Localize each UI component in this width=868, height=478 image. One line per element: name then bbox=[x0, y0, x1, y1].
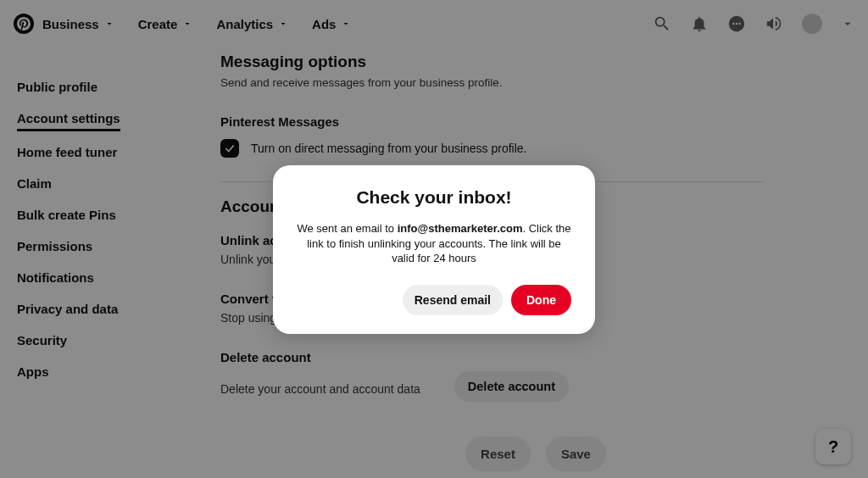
modal-email: info@sthemarketer.com bbox=[398, 222, 523, 235]
modal-body: We sent an email to info@sthemarketer.co… bbox=[297, 221, 571, 266]
check-inbox-modal: Check your inbox! We sent an email to in… bbox=[273, 165, 595, 334]
modal-title: Check your inbox! bbox=[297, 187, 571, 208]
resend-email-button[interactable]: Resend email bbox=[403, 285, 503, 315]
modal-body-prefix: We sent an email to bbox=[297, 222, 397, 235]
done-button[interactable]: Done bbox=[511, 285, 571, 315]
